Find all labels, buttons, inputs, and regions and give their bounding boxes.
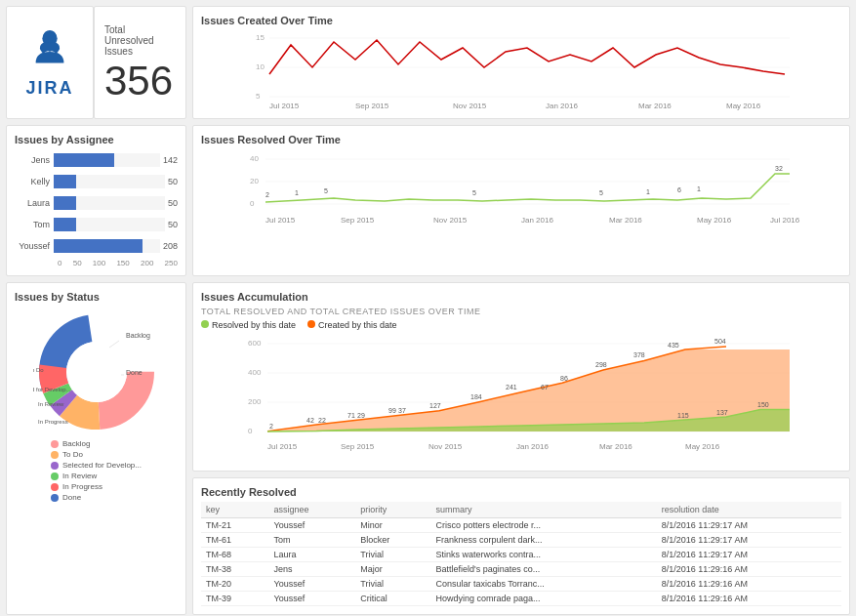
svg-text:1: 1 [697,185,701,192]
svg-text:5: 5 [472,189,476,196]
svg-text:Jul 2015: Jul 2015 [269,102,300,110]
svg-text:5: 5 [256,92,261,101]
bar-value-youssef: 208 [163,241,178,251]
svg-text:115: 115 [677,412,689,419]
svg-text:20: 20 [250,177,259,185]
svg-text:40: 40 [250,154,259,163]
issues-by-status-panel: Issues by Status Backlog [6,282,186,615]
cell-date: 8/1/2016 11:29:17 AM [657,518,841,533]
svg-text:137: 137 [716,409,728,416]
bar-row-youssef: Youssef 208 [15,237,178,255]
svg-text:10: 10 [256,62,265,71]
cell-date: 8/1/2016 11:29:16 AM [657,577,841,592]
cell-key: TM-21 [201,518,268,533]
svg-point-42 [66,342,127,402]
issues-created-title: Issues Created Over Time [201,15,841,26]
accumulation-subtitle: TOTAL RESOLVED AND TOTAL CREATED ISSUES … [201,307,841,316]
cell-key: TM-61 [201,533,268,548]
svg-text:2: 2 [269,423,273,430]
donut-legend: Backlog To Do Selected for Develop... In… [51,439,142,504]
issues-by-status-title: Issues by Status [15,291,178,303]
accumulation-title: Issues Accumulation [201,291,841,303]
table-header-row: key assignee priority summary resolution… [201,502,841,518]
cell-priority: Trivial [355,548,430,562]
svg-text:Jan 2016: Jan 2016 [521,216,553,225]
svg-text:Nov 2015: Nov 2015 [453,102,487,110]
svg-text:15: 15 [256,33,265,42]
svg-text:504: 504 [714,338,726,345]
svg-text:435: 435 [668,342,679,349]
jira-logo-text: JIRA [25,78,73,99]
svg-text:378: 378 [633,351,645,358]
top-left-panel: JIRA Total Unresolved Issues 356 [6,6,186,119]
svg-text:Sep 2015: Sep 2015 [341,216,375,225]
recently-resolved-table: key assignee priority summary resolution… [201,502,841,606]
cell-summary: Howdying comrade paga... [430,592,656,606]
cell-date: 8/1/2016 11:29:16 AM [657,562,841,577]
svg-text:In Progress: In Progress [38,419,68,425]
bar-fill-laura [54,196,76,210]
donut-chart: Backlog Done To Do Selected for Develop.… [33,308,160,435]
bar-outer-kelly [54,175,165,188]
svg-text:22: 22 [318,417,326,424]
col-key: key [201,502,268,518]
bar-value-laura: 50 [168,198,178,208]
unresolved-label: Total Unresolved Issues [104,24,176,57]
recently-resolved-panel: Recently Resolved key assignee priority … [192,477,850,615]
svg-text:67: 67 [541,384,549,390]
cell-summary: Consular taxicabs Torranc... [430,577,656,592]
cell-assignee: Tom [268,533,355,548]
bar-label-jens: Jens [15,155,54,165]
svg-text:Done: Done [126,369,143,376]
table-row: TM-38JensMajorBattlefield's paginates co… [201,562,841,577]
legend-todo: To Do [51,450,142,459]
cell-summary: Frankness corpulent dark... [430,533,656,548]
col-summary: summary [430,502,656,518]
svg-text:Jul 2016: Jul 2016 [770,216,800,225]
cell-summary: Crisco potters electrode r... [430,518,656,533]
svg-text:6: 6 [677,186,681,193]
cell-priority: Trivial [355,577,430,592]
cell-priority: Major [355,562,430,577]
svg-text:0: 0 [248,427,253,435]
table-row: TM-39YoussefCriticalHowdying comrade pag… [201,592,841,606]
bar-fill-kelly [54,175,76,188]
bar-chart: Jens 142 Kelly 50 Laura 50 [15,151,178,267]
svg-text:Sep 2015: Sep 2015 [355,102,389,110]
issues-created-panel: Issues Created Over Time 15 10 5 Jul 201… [192,6,850,119]
bar-fill-youssef [54,239,143,253]
cell-date: 8/1/2016 11:29:16 AM [657,592,841,606]
svg-text:May 2016: May 2016 [726,102,761,110]
svg-text:29: 29 [357,412,365,419]
unresolved-number: 356 [104,61,173,102]
cell-key: TM-38 [201,562,268,577]
issues-by-assignee-title: Issues by Assignee [15,134,178,145]
svg-text:5: 5 [599,189,603,196]
bar-label-laura: Laura [15,198,54,208]
svg-text:71: 71 [347,412,355,419]
issues-resolved-chart: 40 20 0 2 1 5 5 5 1 6 1 32 Jul 2015 Sep … [201,149,841,237]
cell-key: TM-20 [201,577,268,592]
bar-outer-jens [54,153,160,167]
col-priority: priority [355,502,430,518]
svg-text:Mar 2016: Mar 2016 [609,216,642,225]
svg-text:Jan 2016: Jan 2016 [516,442,549,451]
bar-row-laura: Laura 50 [15,194,178,212]
cell-date: 8/1/2016 11:29:17 AM [657,548,841,562]
svg-text:Nov 2015: Nov 2015 [428,442,463,451]
cell-summary: Stinks waterworks contra... [430,548,656,562]
cell-priority: Minor [355,518,430,533]
accumulation-chart: 600 400 200 0 2 42 22 71 29 [201,334,841,461]
svg-text:184: 184 [470,393,482,400]
svg-line-44 [109,341,119,348]
issues-resolved-panel: Issues Resolved Over Time 40 20 0 2 1 5 … [192,125,850,276]
svg-text:Selected for Develop...: Selected for Develop... [33,387,71,392]
col-assignee: assignee [268,502,355,518]
bar-label-tom: Tom [15,220,54,229]
axis-labels: 050100150200250 [58,259,178,267]
bar-outer-tom [54,218,165,231]
svg-text:May 2016: May 2016 [697,216,732,225]
bar-fill-tom [54,218,76,231]
legend-backlog: Backlog [51,439,142,448]
bar-fill-jens [54,153,114,167]
